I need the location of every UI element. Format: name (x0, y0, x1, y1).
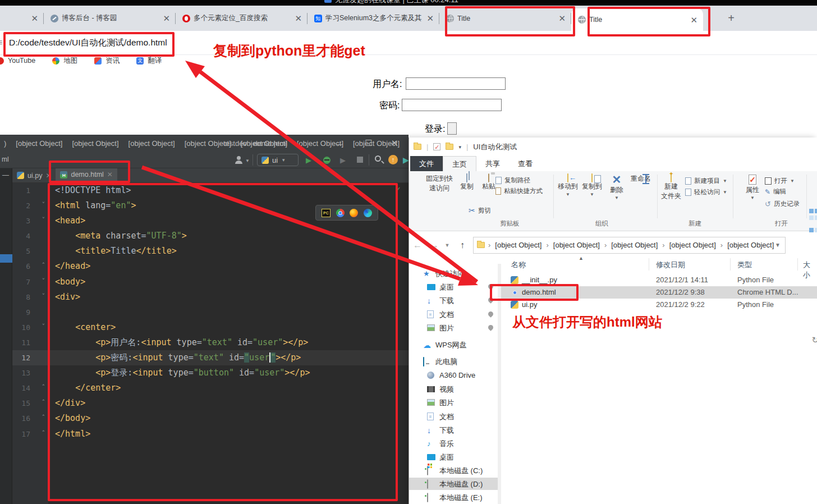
browser-tab[interactable]: Title ✕ (439, 6, 571, 31)
code-line[interactable]: 1<!DOCTYPE html> (12, 183, 408, 198)
sidebar-item-桌面[interactable]: 桌面 (409, 451, 498, 463)
history-button[interactable]: 历史记录 (765, 200, 800, 208)
file-row[interactable]: __init__.py 2021/12/1 14:11 Python File (499, 274, 817, 286)
code-line[interactable]: 10ˇ <center> (12, 320, 408, 335)
edit-button[interactable]: 编辑 (765, 187, 786, 196)
debug-button[interactable] (323, 157, 331, 164)
easy-access-button[interactable]: 轻松访问▼ (685, 188, 727, 196)
update-icon[interactable] (388, 155, 398, 164)
column-header-type[interactable]: 类型 (737, 260, 752, 270)
breadcrumb-item[interactable]: [object Object] (602, 241, 660, 249)
back-button[interactable]: ← (409, 240, 426, 250)
properties-button[interactable]: 属性▼ (742, 174, 763, 200)
login-button[interactable] (447, 122, 457, 135)
code-line[interactable]: 7ˇ<body> (12, 274, 408, 290)
minimize-button[interactable] (330, 135, 349, 152)
file-row[interactable]: ui.py 2021/12/2 9:22 Python File (499, 299, 817, 311)
bookmark-item[interactable]: 资讯 (94, 56, 120, 66)
browser-tab[interactable]: 博客后台 - 博客园 ✕ (44, 6, 176, 31)
sidebar-item-快速访问[interactable]: 快速访问 (409, 267, 498, 280)
sidebar-item-下载[interactable]: 下载 (409, 294, 498, 306)
sidebar-item-本地磁盘 (C:)[interactable]: 本地磁盘 (C:) (409, 464, 498, 476)
browser-tab[interactable]: Title ✕ (571, 8, 703, 31)
code-line[interactable]: 9 (12, 305, 408, 320)
run-config-selector[interactable]: ui ▼ (257, 154, 299, 166)
tab-close-icon[interactable]: ✕ (558, 14, 566, 22)
folder-icon[interactable] (446, 144, 453, 150)
menu-tab-file[interactable]: 文件 (410, 156, 443, 171)
breadcrumb[interactable]: [object Object][object Object][object Ob… (473, 237, 786, 254)
tab-close-icon[interactable]: ✕ (295, 14, 302, 22)
breadcrumb-item[interactable]: [object Object] (544, 241, 602, 249)
code-line[interactable]: 17ˆ</html> (12, 427, 408, 442)
tab-close-icon[interactable]: ✕ (31, 14, 38, 22)
file-row[interactable]: demo.html 2021/12/2 9:38 Chrome HTML D..… (499, 286, 817, 299)
editor-tab[interactable]: ui.py ✕ (12, 168, 56, 182)
open-button[interactable]: 打开▼ (765, 177, 795, 185)
menu-tab-view[interactable]: 查看 (509, 156, 541, 171)
username-input[interactable] (406, 77, 506, 90)
forward-button[interactable]: → (426, 240, 443, 250)
search-icon[interactable] (375, 155, 381, 162)
up-button[interactable]: ↑ (452, 240, 473, 250)
code-line[interactable]: 11 <p>用户名:<input type="text" id="user"><… (12, 335, 408, 350)
browser-tab[interactable]: ✕ (0, 6, 44, 31)
sidebar-item-视频[interactable]: 视频 (409, 383, 498, 395)
browser-tab[interactable]: 多个元素定位_百度搜索 ✕ (176, 6, 307, 31)
paste-shortcut-button[interactable]: 粘贴快捷方式 (495, 187, 543, 195)
address-bar[interactable]: D:/code/testdev/UI自动化测试/demo.html (9, 37, 167, 49)
pycharm-menu-item[interactable]: [object Object] (16, 139, 62, 148)
code-line[interactable]: 4 <meta charset="UTF-8"> (12, 228, 408, 244)
delete-button[interactable]: 删除▼ (607, 174, 627, 200)
tab-close-icon[interactable]: ✕ (45, 172, 51, 179)
code-line[interactable]: 16ˆ</body> (12, 411, 408, 426)
sidebar-item-WPS网盘[interactable]: WPS网盘 (409, 338, 498, 351)
breadcrumb-item[interactable]: [object Object] (486, 241, 544, 249)
sidebar-item-图片[interactable]: 图片 (409, 396, 498, 409)
bookmark-item[interactable]: 翻译 (136, 56, 162, 66)
run-coverage-button[interactable] (340, 156, 346, 164)
bookmark-item[interactable]: YouTube (7, 57, 35, 65)
sidebar-item-本地磁盘 (E:)[interactable]: 本地磁盘 (E:) (409, 491, 498, 503)
code-line[interactable]: 6ˆ</head> (12, 259, 408, 274)
editor-tab[interactable]: demo.html ✕ (56, 168, 117, 182)
pycharm-icon[interactable] (322, 209, 331, 217)
move-to-button[interactable]: 移动到▼ (556, 174, 580, 197)
tab-close-icon[interactable]: ✕ (690, 16, 697, 24)
run-button[interactable] (306, 156, 311, 164)
sidebar-item-桌面[interactable]: 桌面 (409, 281, 498, 293)
chrome-icon[interactable] (336, 209, 345, 217)
chevron-down-icon[interactable]: ▾ (458, 144, 461, 150)
code-line[interactable]: 13 <p>登录:<input type="button" id="user">… (12, 365, 408, 381)
code-line[interactable]: 15ˆ</div> (12, 396, 408, 411)
new-tab-button[interactable] (723, 11, 739, 26)
new-folder-button[interactable]: 新建文件夹 (659, 174, 683, 201)
column-header-date[interactable]: 修改日期 (656, 260, 685, 270)
sidebar-item-此电脑[interactable]: 此电脑 (409, 355, 498, 368)
code-line[interactable]: 8ˇ<div> (12, 290, 408, 305)
checkbox-icon[interactable] (433, 143, 440, 150)
firefox-icon[interactable] (350, 209, 358, 217)
menu-tab-home[interactable]: 主页 (443, 156, 476, 171)
refresh-icon[interactable]: ↻ (811, 335, 817, 345)
code-line[interactable]: 14ˆ </center> (12, 381, 408, 396)
column-header-name[interactable]: 名称 (511, 260, 526, 270)
code-editor[interactable]: 1<!DOCTYPE html>2ˇ<html lang="en">3ˇ<hea… (12, 183, 408, 504)
sidebar-item-下载[interactable]: 下载 (409, 424, 498, 436)
menu-tab-share[interactable]: 共享 (476, 156, 509, 171)
chevron-down-icon[interactable]: ▼ (775, 242, 781, 248)
sidebar-scrollbar[interactable] (498, 264, 501, 504)
sidebar-item-音乐[interactable]: 音乐 (409, 437, 498, 450)
pycharm-menu-item[interactable]: [object Object] (128, 139, 175, 148)
tab-close-icon[interactable]: ✕ (426, 14, 434, 22)
copy-button[interactable]: 复制 (456, 174, 478, 191)
sidebar-item-图片[interactable]: 图片 (409, 322, 498, 334)
chevron-down-icon[interactable]: ▼ (443, 242, 452, 248)
stop-button[interactable] (357, 157, 363, 163)
breadcrumb-item[interactable]: [object Object] (660, 241, 718, 249)
breadcrumb-item[interactable]: [object Object] (718, 241, 776, 249)
browser-tab[interactable]: 学习Selenium3之多个元素及其 ✕ (307, 6, 439, 31)
code-line[interactable]: 12 <p>密码:<input type="text" id="user"></… (12, 350, 408, 365)
sidebar-item-A360 Drive[interactable]: A360 Drive (409, 369, 498, 382)
sidebar-item-文档[interactable]: 文档 (409, 308, 498, 320)
